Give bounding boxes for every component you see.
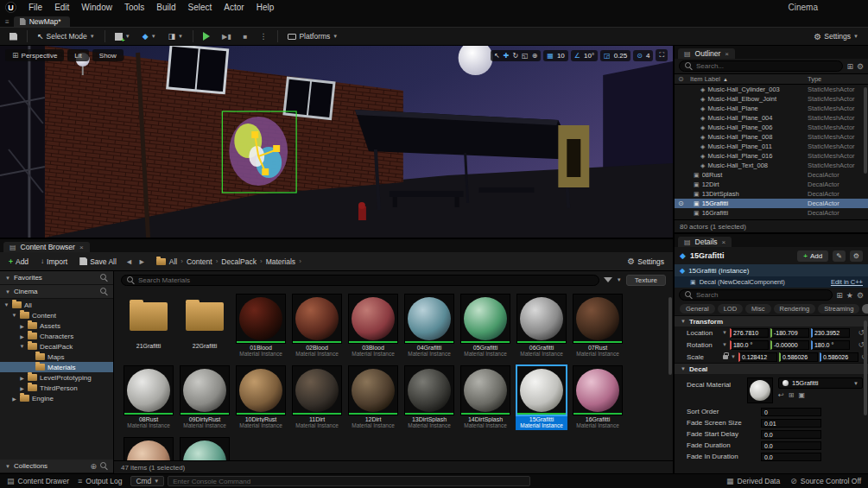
details-tab-misc[interactable]: Misc (745, 304, 770, 314)
tab-level[interactable]: NewMap* (14, 16, 70, 27)
value-z[interactable]: 180.0 ° (811, 340, 850, 350)
lock-icon[interactable] (723, 355, 728, 359)
gear-icon[interactable]: ⚙ (857, 291, 864, 300)
visibility-column-icon[interactable]: ⊙ (678, 75, 690, 83)
asset-09dirtyrust[interactable]: 09DirtyRustMaterial Instance (179, 365, 231, 430)
blueprints-button[interactable]: ◆▼ (138, 30, 161, 42)
scrollbar[interactable] (864, 320, 867, 415)
property-matrix-icon[interactable]: ⊞ (836, 291, 843, 300)
details-search[interactable] (679, 289, 833, 301)
move-tool-icon[interactable]: ✚ (504, 52, 510, 60)
tab-outliner[interactable]: ▤ Outliner × (678, 48, 735, 59)
edit-in-cpp-link[interactable]: Edit in C++ (831, 278, 863, 286)
value-z[interactable]: 230.3952 (811, 328, 850, 338)
tab-content-browser[interactable]: ▤ Content Browser × (3, 242, 90, 252)
property-label[interactable]: Rotation (687, 341, 719, 349)
asset-08rust[interactable]: 08RustMaterial Instance (123, 365, 174, 430)
outliner-row-13dirtsplash[interactable]: ▣13DirtSplashDecalActor (675, 189, 868, 199)
asset-07rust[interactable]: 07RustMaterial Instance (572, 294, 624, 358)
forward-icon[interactable]: ► (138, 257, 146, 266)
details-search-input[interactable] (696, 291, 827, 299)
component-row[interactable]: ▣ Decal (NewDecalComponent) Edit in C++ (675, 276, 868, 288)
show-dropdown[interactable]: Show (92, 49, 124, 61)
tree-item-thirdperson[interactable]: ▶ThirdPerson (0, 383, 113, 393)
search-icon[interactable] (100, 274, 108, 282)
breadcrumb-materials[interactable]: Materials (266, 257, 295, 266)
asset-11dirt[interactable]: 11DirtMaterial Instance (291, 365, 343, 430)
use-selected-icon[interactable]: ↩ (778, 391, 784, 399)
favorite-star-icon[interactable]: ★ (846, 291, 853, 300)
tree-item-content[interactable]: ▼Content (0, 310, 113, 320)
property-label[interactable]: Fade Duration (687, 441, 761, 449)
chevron-down-icon[interactable]: ▼ (617, 277, 622, 282)
asset-01blood[interactable]: 01BloodMaterial Instance (235, 294, 287, 358)
expander-icon[interactable]: ▶ (19, 385, 25, 391)
outliner-row-music-hall_text_008[interactable]: ◈Music-Hall_Text_008StaticMeshActor (675, 161, 868, 170)
property-label[interactable]: Fade Start Delay (687, 430, 761, 438)
rotation-snap-toggle[interactable]: ∠10° (571, 50, 598, 61)
property-value[interactable]: 0.01 (761, 419, 821, 428)
console-input[interactable] (168, 476, 530, 486)
details-tab-general[interactable]: General (680, 304, 715, 314)
expander-icon[interactable]: ▼ (11, 313, 17, 318)
property-label[interactable]: Scale (687, 353, 719, 361)
property-label[interactable]: Fade In Duration (687, 453, 761, 460)
section-transform[interactable]: ▼ Transform (675, 315, 868, 326)
import-button[interactable]: ↓Import (37, 256, 71, 268)
asset-search[interactable] (121, 275, 599, 286)
outliner-row-music-hall_plane[interactable]: ◈Music-Hall_PlaneStaticMeshActor (675, 104, 868, 113)
camera-speed-toggle[interactable]: ⊙4 (633, 50, 653, 61)
type-column[interactable]: Type (808, 75, 865, 83)
value-x[interactable]: 0.128412 (738, 352, 777, 362)
select-tool-icon[interactable]: ↖ (494, 52, 500, 60)
outliner-filter-icon[interactable]: ⊞ (846, 62, 853, 71)
search-icon[interactable] (100, 288, 108, 295)
property-value[interactable]: 0 (761, 408, 821, 416)
asset-16grafitti[interactable]: 16GrafittiMaterial Instance (572, 365, 624, 430)
source-control-button[interactable]: ⊘ Source Control Off (790, 477, 861, 485)
breadcrumb-content[interactable]: Content (187, 257, 212, 266)
close-icon[interactable]: × (725, 50, 729, 58)
outliner-row-music-hall_plane_016[interactable]: ◈Music-Hall_Plane_016StaticMeshActor (675, 151, 868, 161)
tree-item-characters[interactable]: ▶Characters (0, 331, 113, 341)
perspective-dropdown[interactable]: ⊞Perspective (5, 49, 64, 61)
add-collection-icon[interactable]: ⊕ (90, 462, 97, 471)
unreal-logo-icon[interactable]: U (5, 2, 16, 13)
collections-section[interactable]: ▼ Collections ⊕ (0, 459, 113, 473)
gear-icon[interactable]: ⚙ (850, 250, 863, 262)
view-mode-dropdown[interactable]: Lit (67, 49, 88, 61)
visibility-eye-icon[interactable]: ⊙ (678, 200, 690, 207)
tree-item-all[interactable]: ▼All (0, 300, 113, 310)
rotate-tool-icon[interactable]: ↻ (512, 52, 518, 60)
decal-material-dropdown[interactable]: 15Grafitti ▼ (778, 377, 863, 389)
property-value[interactable]: 0.0 (761, 430, 821, 439)
play-options-button[interactable]: ⋮ (255, 30, 272, 42)
property-label[interactable]: Fade Screen Size (687, 419, 761, 427)
tree-item-engine[interactable]: ▶Engine (0, 393, 113, 403)
save-all-button[interactable]: Save All (76, 256, 120, 268)
gear-icon[interactable]: ⚙ (857, 62, 864, 71)
tree-item-materials[interactable]: Materials (0, 362, 113, 372)
menu-build[interactable]: Build (150, 2, 181, 13)
tree-item-maps[interactable]: Maps (0, 352, 113, 362)
rotation-snap-value[interactable]: 10° (584, 52, 594, 60)
sidebar-toggle-icon[interactable]: ≡ (5, 18, 10, 27)
project-section[interactable]: ▼ Cinema (0, 285, 113, 299)
details-tab-rendering[interactable]: Rendering (774, 304, 816, 314)
chevron-down-icon[interactable]: ▼ (722, 330, 727, 335)
breadcrumb-decalpack[interactable]: DecalPack (221, 257, 257, 266)
outliner-row-08rust[interactable]: ▣08RustDecalActor (675, 170, 868, 180)
tree-item-assets[interactable]: ▶Assets (0, 320, 113, 331)
property-value[interactable]: 0.0 (761, 441, 821, 450)
chevron-down-icon[interactable]: ▼ (731, 354, 736, 359)
camera-speed-value[interactable]: 4 (646, 52, 649, 60)
menu-window[interactable]: Window (75, 2, 118, 13)
asset-05grafitti[interactable]: 05GrafittiMaterial Instance (459, 294, 511, 358)
scrollbar[interactable] (864, 87, 867, 174)
outliner-row-16grafitti[interactable]: ▣16GrafittiDecalActor (675, 208, 868, 218)
outliner-row-15grafitti[interactable]: ⊙▣15GrafittiDecalActor (675, 199, 868, 208)
property-value[interactable]: 0.0 (761, 453, 821, 461)
expander-icon[interactable]: ▼ (19, 344, 25, 349)
grid-snap-value[interactable]: 10 (557, 52, 565, 60)
frame-skip-button[interactable]: ▶▮ (218, 31, 236, 42)
